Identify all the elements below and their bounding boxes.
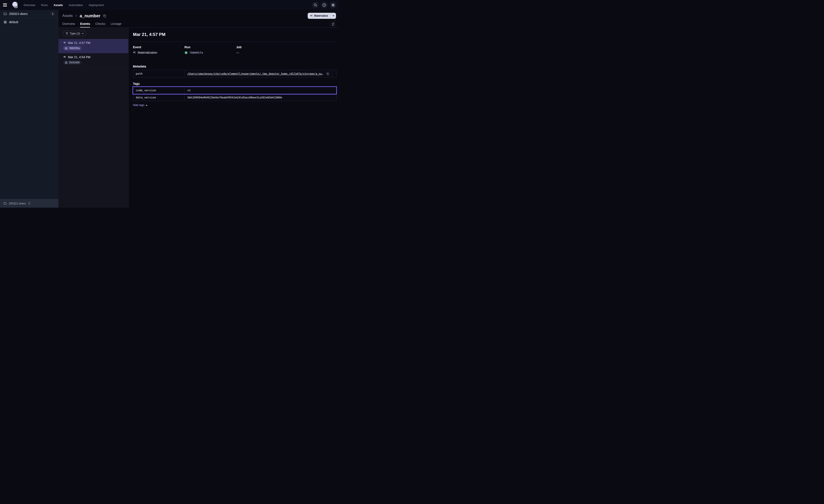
metadata-key-cell: path [133,70,185,77]
menu-button[interactable] [3,2,8,8]
breadcrumb: Assets a_number [62,13,106,18]
dagster-logo-icon [11,1,19,9]
tag-key-cell: data_version [133,94,185,101]
sidebar-footer-label: 250321-dvers [9,202,26,205]
caret-up-icon [146,105,147,106]
primary-nav: Overview Runs Assets Automation Deployme… [24,3,104,7]
type-filter-button[interactable]: Type (2) [63,31,86,36]
event-list-item[interactable]: Mar 21, 4:54 PM 2fd32b85 [59,53,128,68]
chevron-down-icon [332,15,334,16]
sidebar-item-code-location[interactable]: 250321-dvers 1 [0,10,59,18]
sidebar-item-default-group[interactable]: default [0,18,59,26]
materialize-button[interactable]: Materialize [308,13,330,19]
sidebar: 250321-dvers 1 default 250321-dvers [0,10,59,208]
event-timestamp: Mar 21, 4:54 PM [68,55,91,59]
event-detail-panel: Mar 21, 4:57 PM Event Run Job Materializ… [129,28,339,208]
refresh-icon [331,22,335,26]
hide-tags-link[interactable]: Hide tags [133,104,147,107]
event-info-grid: Event Run Job Materialization [133,45,336,54]
help-button[interactable]: ? [321,2,328,8]
metadata-heading: Metadata [133,65,336,68]
sparkle-icon [63,41,66,44]
page-title: a_number [80,13,100,18]
copy-icon [103,14,106,17]
nav-item-automation[interactable]: Automation [69,3,83,7]
tab-lineage[interactable]: Lineage [111,22,121,27]
sync-icon[interactable] [28,202,31,205]
asset-group-icon [3,20,7,24]
nav-item-deployment[interactable]: Deployment [89,3,104,7]
run-column-label: Run [185,45,236,49]
sparkle-icon [133,51,136,54]
table-row: path /Users/smackesey/stm/code/elementl/… [133,70,336,77]
materialize-split-button: Materialize [308,13,336,19]
run-badge[interactable]: 788005fa [63,46,82,50]
tags-heading: Tags [133,82,336,86]
sparkle-icon [63,55,66,58]
menu-icon [3,3,7,4]
target-icon [65,61,68,64]
table-spacer-cell [332,70,336,77]
tab-checks[interactable]: Checks [95,22,105,27]
page-header: Assets a_number [59,10,339,20]
run-badge[interactable]: 2fd32b85 [63,60,82,65]
copy-asset-name-button[interactable] [103,14,106,17]
refresh-button[interactable] [330,21,336,27]
sidebar-item-label: default [9,20,18,24]
tab-events[interactable]: Events [80,22,90,27]
run-id: 788005fa [69,47,80,50]
hide-tags-label: Hide tags [133,104,144,107]
tabs-bar: Overview Events Checks Lineage [59,20,339,28]
metadata-table: path /Users/smackesey/stm/code/elementl/… [133,70,336,78]
check-circle-icon [185,51,188,54]
tag-value-cell: v1 [185,87,336,94]
job-column-label: Job [236,45,336,49]
event-list-item[interactable]: Mar 21, 4:57 PM 788005fa [59,39,128,53]
tags-table: code_version v1 data_version 3bfc269594e… [133,87,336,101]
filter-icon [66,32,68,35]
type-filter-label: Type (2) [70,32,80,35]
run-id-link[interactable]: 788005fa [189,51,203,54]
materialize-dropdown-button[interactable] [331,13,336,19]
events-list-panel: Type (2) Mar 21, 4:57 PM [59,28,129,208]
materialize-label: Materialize [314,14,328,17]
table-row-data-version: data_version 3bfc269594ef649228e9a74bab0… [133,94,336,101]
copy-icon [326,72,329,75]
search-icon [314,3,317,7]
top-nav: Overview Runs Assets Automation Deployme… [0,0,339,10]
tag-key-cell: code_version [133,87,185,94]
breadcrumb-assets-link[interactable]: Assets [62,14,73,18]
chevron-down-icon [82,32,84,35]
svg-text:?: ? [324,4,325,6]
sidebar-footer[interactable]: 250321-dvers [0,199,59,208]
folder-icon [3,12,7,16]
event-type-value: Materialization [138,51,157,54]
tag-value-cell: 3bfc269594ef649228e9a74bab00f042efc91d5a… [185,94,336,101]
chevron-right-icon [75,14,78,17]
target-icon [65,47,68,50]
asset-count-badge: 1 [50,12,55,16]
event-timestamp: Mar 21, 4:57 PM [68,41,91,44]
gear-icon [331,3,335,7]
dagster-logo[interactable] [11,1,19,9]
tab-overview[interactable]: Overview [62,22,75,27]
help-icon: ? [322,3,326,7]
event-detail-title: Mar 21, 4:57 PM [133,32,336,37]
job-value: — [236,51,239,54]
divider [133,41,336,42]
table-row-code-version-highlighted: code_version v1 [133,87,336,94]
nav-item-overview[interactable]: Overview [24,3,35,7]
folder-icon [3,202,7,205]
sidebar-item-label: 250321-dvers [9,12,28,16]
run-id: 2fd32b85 [69,61,80,64]
copy-path-button[interactable] [326,72,329,75]
nav-item-assets[interactable]: Assets [54,3,63,7]
nav-item-runs[interactable]: Runs [41,3,47,7]
sparkle-icon [310,14,313,17]
path-link[interactable]: /Users/smackesey/stm/code/elementl/exper… [187,72,324,75]
metadata-value-cell: /Users/smackesey/stm/code/elementl/exper… [185,70,332,77]
settings-button[interactable] [330,2,336,8]
event-column-label: Event [133,45,185,49]
search-button[interactable] [312,2,319,8]
